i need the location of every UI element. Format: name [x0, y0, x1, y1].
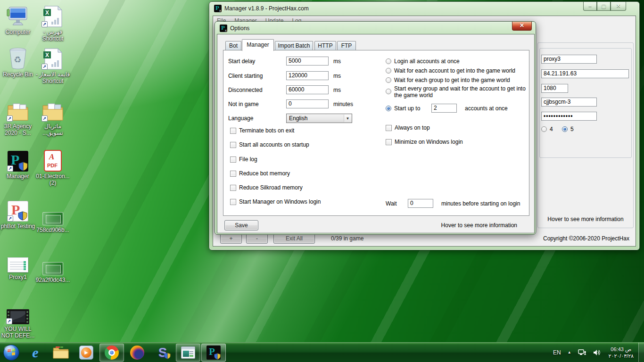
file-log-checkbox[interactable]: [230, 156, 236, 163]
taskbar-ie[interactable]: e: [23, 344, 48, 362]
desktop-icon-computer[interactable]: Computer: [0, 5, 36, 35]
windows-orb-icon: [3, 344, 20, 361]
desktop-icon-phbot-testing[interactable]: P ➚ phBot Testing: [0, 199, 36, 230]
folder-icon: [53, 346, 69, 359]
tab-ftp[interactable]: FTP: [337, 41, 356, 50]
manager-titlebar[interactable]: Px Manager v1.8.9 - ProjectHax.com: [209, 2, 639, 15]
desktop-icon-video-you-will[interactable]: ➚ YOU WILL NOT DEFE...: [0, 302, 36, 339]
desktop-label: 3R Agency 2020 - S...: [0, 123, 36, 136]
wait-each-account-radio[interactable]: [386, 68, 391, 74]
maximize-button[interactable]: ▢: [597, 2, 611, 11]
login-all-radio[interactable]: [386, 58, 391, 64]
proxy-port-input[interactable]: 1080: [541, 84, 568, 93]
socks5-radio[interactable]: [562, 126, 568, 132]
proxy-name-input[interactable]: proxy3: [541, 55, 597, 64]
checkbox-label: Minimize on Windows login: [395, 139, 463, 145]
folder-icon: ➚: [0, 99, 36, 122]
remove-account-button[interactable]: -: [246, 234, 268, 244]
start-manager-login-checkbox[interactable]: [230, 199, 236, 205]
language-dropdown[interactable]: English ▼: [286, 114, 352, 123]
image-thumbnail-icon: [35, 203, 71, 225]
desktop-label: Proxy1: [0, 274, 36, 280]
save-button[interactable]: Save: [224, 220, 258, 230]
video-file-icon: ➚: [0, 302, 36, 324]
radio-label: Start every group and wait for the accou…: [394, 85, 526, 99]
desktop-icon-folder-material[interactable]: ➚ ماتريال تسويق...: [35, 99, 71, 136]
desktop-icon-manager[interactable]: P ➚ Manager: [0, 149, 36, 180]
uac-shield-icon: [214, 353, 221, 360]
excel-file-icon: X ➚: [35, 47, 71, 70]
terminate-bots-checkbox[interactable]: [230, 128, 236, 134]
disconnected-input[interactable]: 60000: [286, 85, 329, 94]
language-indicator[interactable]: EN: [553, 349, 561, 356]
exit-all-button[interactable]: Exit All: [273, 234, 315, 244]
close-button[interactable]: ✕: [611, 2, 626, 11]
proxy-ip-input[interactable]: 84.21.191.63: [541, 69, 629, 78]
tab-import-batch[interactable]: Import Batch: [275, 41, 313, 50]
desktop-icon-folder-3r-agency[interactable]: ➚ 3R Agency 2020 - S...: [0, 99, 36, 136]
desktop-icon-excel-shortcut-1[interactable]: X ➚ فهرس - Shortcut: [35, 5, 71, 42]
tray-chevron-icon[interactable]: ▲: [568, 350, 571, 354]
minimize-button[interactable]: –: [583, 2, 597, 11]
network-icon[interactable]: [578, 349, 586, 356]
desktop-icon-image-758cd906b[interactable]: 758cd906b...: [35, 203, 71, 233]
always-on-top-checkbox[interactable]: [386, 125, 392, 131]
manager-tab-panel: Start delay 5000 ms Client starting 1200…: [223, 50, 529, 216]
start-delay-input[interactable]: 5000: [286, 57, 329, 66]
proxy-hover-hint: Hover to see more information: [537, 216, 634, 222]
options-titlebar[interactable]: Px Options: [215, 22, 536, 35]
start-every-group-radio[interactable]: [386, 89, 391, 94]
proxy-password-input[interactable]: ••••••••••••: [541, 112, 597, 121]
not-in-game-input[interactable]: 0: [286, 99, 329, 108]
start-up-to-input[interactable]: 2: [431, 104, 457, 113]
tray-clock[interactable]: 06:43 ص ٢٠٢٠/٠٣/٢٨: [609, 346, 634, 359]
checkbox-label: Reduce bot memory: [239, 170, 290, 177]
taskbar-silkroad[interactable]: S: [150, 344, 175, 362]
start-up-to-radio[interactable]: [386, 106, 391, 111]
wait-each-group-radio[interactable]: [386, 77, 391, 83]
shortcut-arrow-icon: ➚: [7, 115, 13, 122]
add-account-button[interactable]: +: [220, 234, 242, 244]
taskbar-media-player[interactable]: ▶: [74, 344, 99, 362]
pdf-file-icon: A PDF: [35, 149, 71, 172]
shortcut-arrow-icon: ➚: [7, 215, 13, 222]
app-window-icon: [181, 346, 195, 359]
taskbar-explorer[interactable]: [49, 344, 73, 362]
wait-minutes-input[interactable]: 0: [408, 199, 433, 208]
shortcut-arrow-icon: ➚: [7, 165, 13, 172]
uac-shield-icon: [164, 353, 171, 359]
start-button[interactable]: [0, 344, 22, 362]
taskbar-phbot-manager[interactable]: P: [201, 344, 226, 362]
taskbar-chrome[interactable]: [99, 344, 124, 362]
excel-file-icon: X ➚: [35, 5, 71, 27]
tab-bot[interactable]: Bot: [225, 41, 241, 50]
reduce-bot-memory-checkbox[interactable]: [230, 171, 236, 177]
tab-http[interactable]: HTTP: [314, 41, 336, 50]
copyright-text: Copyright ©2006-2020 ProjectHax: [543, 235, 629, 242]
client-starting-input[interactable]: 120000: [286, 71, 329, 80]
phbot-testing-icon: P ➚: [0, 199, 36, 222]
desktop-icon-image-92a2f0dc43[interactable]: 92a2f0dc43...: [35, 253, 71, 283]
proxy-username-input[interactable]: cjjbsgcm-3: [541, 98, 597, 107]
desktop-icon-pdf[interactable]: A PDF 01-Electron... (2): [35, 149, 71, 186]
show-desktop-button[interactable]: [638, 343, 644, 362]
reduce-silkroad-memory-checkbox[interactable]: [230, 185, 236, 191]
minimize-on-login-checkbox[interactable]: [386, 139, 392, 145]
wait-suffix: minutes before starting on login: [441, 200, 520, 207]
taskbar-firefox[interactable]: [125, 344, 149, 362]
options-close-button[interactable]: ✕: [512, 22, 532, 31]
unit-label: minutes: [333, 101, 353, 107]
projecthax-app-icon: Px: [220, 25, 227, 32]
tab-manager[interactable]: Manager: [242, 39, 274, 51]
field-label: Start delay: [228, 58, 255, 65]
volume-icon[interactable]: [593, 349, 601, 356]
start-all-accounts-checkbox[interactable]: [230, 142, 236, 148]
desktop-icon-excel-shortcut-2[interactable]: X ➚ قايمة الاسعار - Shortcut: [35, 47, 71, 84]
radio-label: Wait for each account to get into the ga…: [394, 67, 515, 74]
socks4-radio[interactable]: [541, 126, 547, 132]
desktop-icon-recycle-bin[interactable]: ♻ Recycle Bin: [0, 47, 36, 78]
image-thumbnail-icon: [0, 250, 36, 272]
desktop-icon-proxy1[interactable]: Proxy1: [0, 250, 36, 280]
projecthax-app-icon: Px: [214, 5, 222, 12]
taskbar-app-window[interactable]: [176, 344, 200, 362]
